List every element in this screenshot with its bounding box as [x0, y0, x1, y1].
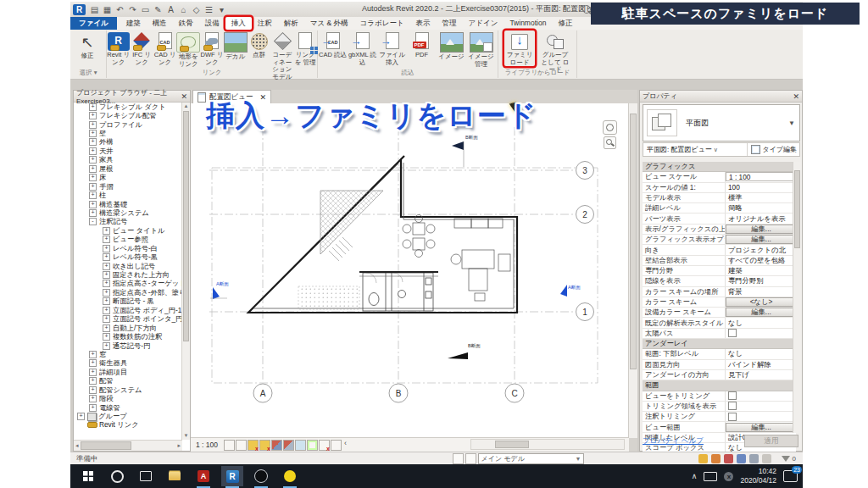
ribbon-button[interactable]: ファイル挿入 — [377, 30, 407, 66]
tree-item[interactable]: 家具 — [74, 156, 182, 164]
property-value[interactable]: 見下げ — [726, 370, 796, 380]
tree-item[interactable]: 立面記号 ポインタ_円-12m... — [74, 315, 182, 324]
tree-item[interactable]: 詳細項目 — [74, 368, 182, 376]
ribbon-tab[interactable]: 表示 — [410, 17, 437, 30]
expander-icon[interactable] — [103, 271, 110, 279]
tree-item[interactable]: フレキシブル ダクト — [74, 103, 182, 111]
tree-item[interactable]: 床 — [74, 174, 182, 182]
expander-icon[interactable] — [89, 130, 97, 137]
taskbar-icon[interactable] — [279, 466, 301, 486]
notification-icon[interactable]: 23 — [783, 470, 798, 482]
apply-button[interactable]: 適用 — [744, 435, 798, 447]
tree-item[interactable]: 柱 — [74, 191, 182, 199]
edit-type-button[interactable]: タイプ編集 — [747, 143, 799, 156]
tree-item[interactable]: フレキシブル配管 — [74, 111, 182, 119]
status-toggle-icon[interactable] — [698, 454, 708, 463]
checkbox[interactable] — [728, 402, 737, 410]
scrollbar-thumb[interactable] — [495, 441, 529, 448]
expander-icon[interactable] — [103, 315, 110, 323]
expander-icon[interactable] — [89, 377, 97, 385]
view-control-icon[interactable] — [342, 440, 352, 449]
scroll-right-icon[interactable]: ▸ — [175, 442, 182, 449]
expander-icon[interactable] — [89, 218, 97, 225]
property-value[interactable]: すべての壁を包絡 — [726, 256, 796, 265]
taskbar-icon[interactable] — [250, 466, 272, 486]
view-control-icon[interactable] — [331, 440, 342, 451]
qat-icon[interactable]: ▭ — [140, 4, 151, 15]
scrollbar-thumb[interactable] — [794, 170, 800, 248]
ribbon-button[interactable]: gbXML 読込 — [348, 30, 377, 66]
expander-icon[interactable] — [103, 324, 110, 332]
tree-item[interactable]: 固定された上方向 — [74, 270, 182, 279]
tree-item[interactable]: 電線管 — [74, 403, 182, 412]
tree-item[interactable]: 窓 — [74, 350, 182, 358]
ribbon-button[interactable]: DWF リンク — [200, 30, 223, 66]
tree-item[interactable]: 複数鉄筋の注釈 — [74, 332, 182, 341]
expander-icon[interactable] — [89, 174, 97, 181]
tree-item[interactable]: 階段 — [74, 394, 182, 402]
browser-horizontal-scrollbar[interactable]: ◂ ▸ — [74, 440, 182, 451]
expander-icon[interactable] — [77, 413, 85, 420]
property-value[interactable]: 編集... — [726, 225, 794, 234]
ribbon-tab[interactable]: 鉄骨 — [173, 17, 199, 30]
ribbon-button[interactable]: PDF — [407, 30, 437, 59]
property-value[interactable]: 1 : 100 — [726, 172, 794, 181]
tree-item[interactable]: 注釈記号 — [74, 218, 182, 226]
ribbon-button[interactable]: IFC リンク — [130, 30, 153, 66]
taskbar-icon[interactable] — [164, 466, 186, 486]
expander-icon[interactable] — [103, 263, 110, 270]
status-toggle-icon[interactable] — [724, 454, 733, 463]
tree-item[interactable]: 吹き出し記号 — [74, 262, 182, 270]
properties-help-link[interactable]: プロパティ ヘルプ — [643, 436, 704, 446]
tree-item[interactable]: 構造梁システム — [74, 208, 182, 217]
status-toggle-icon[interactable] — [749, 454, 759, 463]
ribbon-tab[interactable]: コラボレート — [354, 17, 410, 30]
view-control-icon[interactable] — [259, 440, 270, 451]
expander-icon[interactable] — [89, 209, 97, 217]
tree-item[interactable]: 指定点高さ-外部、塗り潰し... — [74, 288, 182, 297]
ribbon-tab[interactable]: 挿入 — [225, 17, 252, 30]
scrollbar-thumb[interactable] — [183, 111, 189, 341]
ribbon-tab[interactable]: 修正 — [552, 17, 578, 30]
expander-icon[interactable] — [103, 307, 110, 314]
property-value[interactable]: <なし> — [726, 297, 794, 307]
ribbon-button[interactable]: CAD 読込 — [318, 30, 348, 59]
ribbon-tab[interactable]: 解析 — [278, 17, 304, 30]
qat-icon[interactable]: ▤ — [89, 4, 100, 15]
chevron-down-icon[interactable]: ∨ — [714, 147, 718, 153]
property-value[interactable]: バインド解除 — [726, 360, 796, 369]
property-value[interactable]: なし — [726, 318, 796, 327]
property-value[interactable]: 専門分野別 — [726, 276, 796, 286]
tree-item[interactable]: グループ — [74, 412, 182, 420]
property-value[interactable]: 編集... — [726, 235, 794, 244]
expander-icon[interactable] — [89, 147, 97, 155]
ribbon-tab[interactable]: 管理 — [437, 17, 463, 30]
property-value[interactable]: なし — [726, 349, 796, 358]
expander-icon[interactable] — [89, 201, 97, 208]
active-workset-combo[interactable]: メイン モデル ▼ — [478, 453, 584, 464]
tree-item[interactable]: レベル符号-白 — [74, 244, 182, 252]
property-value[interactable]: 建築 — [726, 266, 796, 275]
ribbon-button[interactable]: 地形を リンク — [176, 30, 200, 68]
ribbon-tab[interactable]: 建築 — [120, 17, 147, 30]
ribbon-tab[interactable]: アドイン — [463, 17, 504, 30]
scroll-up-icon[interactable]: ▲ — [182, 103, 190, 110]
property-value[interactable]: 100 — [726, 183, 796, 192]
floor-plan-canvas[interactable]: A断面 A断面 B断面 B断面 — [191, 103, 629, 438]
qat-icon[interactable]: ↶ — [114, 4, 125, 15]
expander-icon[interactable] — [103, 297, 110, 305]
view-control-icon[interactable] — [295, 440, 306, 451]
tree-item[interactable]: レベル符号-黒 — [74, 252, 182, 261]
qat-icon[interactable]: ☰ — [203, 4, 214, 15]
expander-icon[interactable] — [89, 395, 97, 402]
taskbar-icon[interactable] — [221, 466, 243, 486]
expander-icon[interactable] — [103, 333, 110, 341]
checkbox[interactable] — [728, 413, 737, 421]
expander-icon[interactable] — [89, 369, 97, 376]
tree-item[interactable]: プロファイル — [74, 120, 182, 129]
canvas-vertical-scrollbar[interactable] — [628, 103, 637, 438]
instance-selector[interactable]: 平面図: 配置図ビュー ∨ タイプ編集 — [643, 142, 800, 157]
expander-icon[interactable] — [89, 103, 97, 111]
view-control-icon[interactable] — [248, 440, 259, 451]
tree-item[interactable]: 指定点高さ-ターゲット、塗り... — [74, 280, 182, 288]
